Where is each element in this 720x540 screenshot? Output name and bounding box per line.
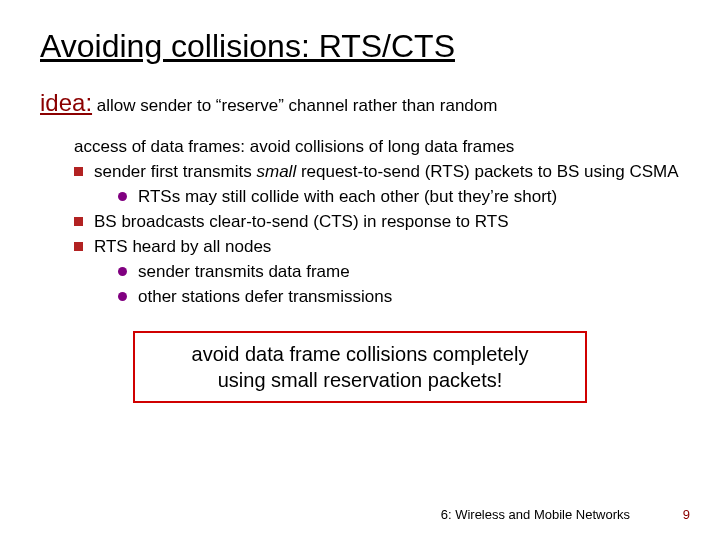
list-item: BS broadcasts clear-to-send (CTS) in res… bbox=[74, 211, 680, 234]
sub-item: RTSs may still collide with each other (… bbox=[118, 186, 680, 209]
bullet-list: sender first transmits small request-to-… bbox=[74, 161, 680, 309]
bullet-text-pre: RTS heard by all nodes bbox=[94, 237, 271, 256]
idea-line: idea: allow sender to “reserve” channel … bbox=[40, 87, 680, 119]
idea-continuation: access of data frames: avoid collisions … bbox=[74, 136, 680, 159]
page-number: 9 bbox=[683, 507, 690, 522]
footer-section: 6: Wireless and Mobile Networks bbox=[441, 507, 630, 522]
idea-text: allow sender to “reserve” channel rather… bbox=[92, 96, 497, 115]
bullet-text-pre: BS broadcasts clear-to-send (CTS) in res… bbox=[94, 212, 508, 231]
list-item: sender first transmits small request-to-… bbox=[74, 161, 680, 209]
list-item: RTS heard by all nodes sender transmits … bbox=[74, 236, 680, 309]
callout-box: avoid data frame collisions completely u… bbox=[133, 331, 587, 403]
callout-line-2: using small reservation packets! bbox=[218, 369, 503, 391]
bullet-text-pre: sender first transmits bbox=[94, 162, 257, 181]
sub-item: sender transmits data frame bbox=[118, 261, 680, 284]
sub-item: other stations defer transmissions bbox=[118, 286, 680, 309]
callout-line-1: avoid data frame collisions completely bbox=[192, 343, 529, 365]
sub-list: RTSs may still collide with each other (… bbox=[118, 186, 680, 209]
sub-list: sender transmits data frame other statio… bbox=[118, 261, 680, 309]
idea-label: idea: bbox=[40, 89, 92, 116]
slide: Avoiding collisions: RTS/CTS idea: allow… bbox=[0, 0, 720, 403]
bullet-text-em: small bbox=[257, 162, 297, 181]
page-title: Avoiding collisions: RTS/CTS bbox=[40, 28, 680, 65]
bullet-text-post: request-to-send (RTS) packets to BS usin… bbox=[296, 162, 678, 181]
